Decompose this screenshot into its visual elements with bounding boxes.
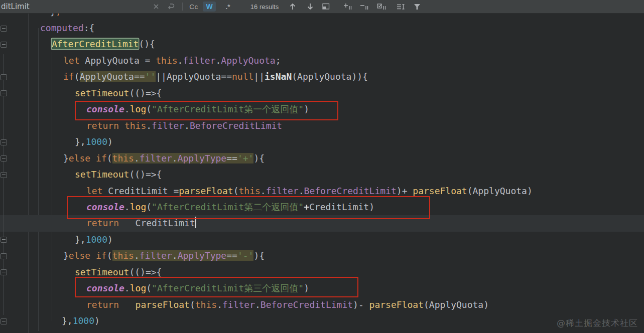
code-token: ||ApplyQuota==: [156, 71, 232, 82]
fold-marker[interactable]: [1, 26, 7, 32]
code-token: this: [195, 299, 217, 310]
search-history-icon[interactable]: [166, 0, 176, 13]
remove-occurrence-icon[interactable]: [358, 0, 371, 13]
code-line[interactable]: setTimeout(()=>{: [75, 85, 162, 101]
code-token: BeforeCreditLimit: [190, 120, 282, 131]
previous-occurrence-button[interactable]: [287, 0, 298, 13]
code-token: else: [69, 153, 90, 163]
code-line[interactable]: let ApplyQuota = this.filter.ApplyQuota;: [63, 53, 281, 69]
indent-guide: [52, 52, 52, 321]
code-token: .: [215, 55, 221, 66]
code-token: [119, 299, 136, 310]
code-token: ApplyQuota: [473, 186, 527, 196]
code-token: .: [172, 250, 178, 261]
close-icon[interactable]: [152, 0, 161, 13]
code-token: if: [63, 71, 74, 82]
fold-marker[interactable]: [1, 90, 7, 96]
code-token: 1000: [73, 315, 94, 326]
fold-minus-icon: [2, 175, 6, 175]
code-token: '': [145, 71, 156, 82]
code-token: (: [190, 299, 195, 310]
fold-marker[interactable]: [1, 253, 7, 259]
add-occurrence-icon[interactable]: [341, 0, 354, 13]
annotation-red-box: [75, 101, 338, 120]
code-token: (: [74, 71, 80, 82]
code-token: 1000: [86, 234, 107, 245]
code-token: .: [255, 299, 261, 310]
code-token: (()=>{: [129, 169, 162, 180]
code-line[interactable]: },1000): [75, 134, 113, 150]
fold-marker[interactable]: [1, 172, 7, 178]
code-token: ): [107, 234, 113, 245]
open-in-find-window-icon[interactable]: [320, 0, 331, 13]
code-token: filter: [140, 250, 172, 261]
code-token: this: [238, 186, 260, 196]
code-token: let: [63, 55, 80, 66]
next-occurrence-button[interactable]: [305, 0, 316, 13]
code-token: (: [424, 299, 429, 310]
code-token: parseFloat: [136, 299, 190, 310]
code-token: (: [107, 250, 112, 261]
code-token: ApplyQuota: [221, 55, 275, 66]
code-token: :{: [84, 23, 95, 33]
code-token: '-': [237, 250, 254, 261]
code-token: },: [62, 315, 73, 326]
code-token: '+': [237, 153, 254, 163]
watermark: @稀土掘金技术社区: [557, 317, 638, 329]
code-line[interactable]: if(ApplyQuota==''||ApplyQuota==null||isN…: [63, 69, 368, 85]
find-toolbar: ditLimit Cc W .* 16 results: [0, 0, 644, 14]
filter-options-icon[interactable]: [412, 0, 423, 13]
code-token: ApplyQuota==: [80, 71, 145, 82]
code-token: =: [168, 186, 179, 196]
fold-marker[interactable]: [1, 318, 7, 324]
code-token: ==: [226, 250, 237, 261]
fold-minus-icon: [2, 239, 6, 240]
code-token: ): [94, 315, 100, 326]
code-line[interactable]: return parseFloat(this.filter.BeforeCred…: [86, 297, 489, 313]
indent-guide: [38, 28, 39, 331]
code-line[interactable]: },1000): [75, 232, 113, 248]
code-token: .: [184, 120, 190, 131]
code-token: ==: [226, 153, 237, 163]
code-token: .: [134, 250, 140, 261]
code-line[interactable]: }else if(this.filter.ApplyType=='-'){: [63, 248, 265, 264]
fold-minus-icon: [2, 321, 6, 321]
code-line[interactable]: }else if(this.filter.ApplyType=='+'){: [63, 150, 265, 166]
code-token: [103, 186, 108, 196]
code-editor[interactable]: };computed:{AfterCreditLimit(){let Apply…: [0, 13, 644, 333]
code-token: parseFloat: [413, 186, 467, 196]
code-token: null: [232, 71, 253, 82]
code-token: .: [146, 120, 152, 131]
code-line[interactable]: },1000): [62, 313, 100, 329]
fold-minus-icon: [2, 28, 6, 29]
code-token: setTimeout: [75, 169, 129, 180]
code-line[interactable]: computed:{: [40, 20, 94, 36]
fold-marker[interactable]: [1, 155, 7, 161]
search-input[interactable]: ditLimit: [1, 0, 30, 13]
fold-marker[interactable]: [1, 237, 7, 243]
code-token: (: [107, 153, 112, 163]
code-token: )-: [353, 299, 369, 310]
fold-marker[interactable]: [1, 42, 7, 48]
fold-marker[interactable]: [1, 269, 7, 275]
code-token: .: [172, 153, 178, 163]
code-token: .: [261, 186, 266, 196]
select-all-occurrences-icon[interactable]: [374, 0, 389, 13]
code-token: ApplyQuota: [85, 55, 139, 66]
code-token: setTimeout: [75, 267, 129, 277]
code-token: },: [75, 136, 86, 147]
code-token: ): [527, 186, 533, 196]
code-line[interactable]: AfterCreditLimit(){: [52, 36, 155, 52]
code-token: ;: [276, 55, 281, 66]
regex-button[interactable]: .*: [221, 0, 234, 13]
fold-marker[interactable]: [1, 139, 7, 145]
match-case-button[interactable]: Cc: [187, 0, 201, 13]
code-line[interactable]: setTimeout(()=>{: [75, 166, 162, 183]
code-token: ||: [253, 71, 265, 82]
code-token: ): [107, 136, 113, 147]
whole-words-button[interactable]: W: [203, 2, 216, 12]
fold-minus-icon: [2, 142, 6, 142]
fold-marker[interactable]: [1, 74, 7, 80]
filter-lines-icon[interactable]: [395, 0, 407, 13]
code-token: BeforeCreditLimit: [261, 299, 353, 310]
